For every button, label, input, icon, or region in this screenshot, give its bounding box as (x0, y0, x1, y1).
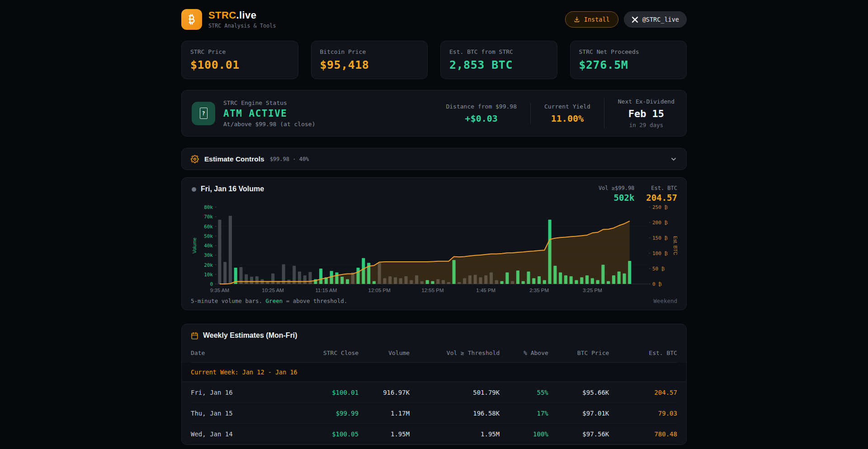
download-icon (574, 16, 580, 23)
svg-text:0 ₿: 0 ₿ (652, 281, 662, 287)
svg-text:12:55 PM: 12:55 PM (421, 288, 443, 293)
section-label: Current Week: Jan 12 - Jan 16 (191, 369, 297, 376)
table-body: Fri, Jan 16$100.01916.97K501.79K55%$95.6… (191, 382, 677, 444)
svg-text:20k: 20k (204, 262, 213, 268)
column-header: STRC Close (288, 350, 359, 356)
chart-title: Fri, Jan 16 Volume (201, 185, 264, 193)
y-right-axis-title: Est. BTC (673, 236, 677, 255)
brand: STRC.live STRC Analysis & Tools (181, 9, 276, 30)
table-cell: 79.03 (609, 410, 677, 417)
weekly-estimates-card: Weekly Estimates (Mon-Fri) DateSTRC Clos… (181, 324, 687, 445)
app-subtitle: STRC Analysis & Tools (208, 23, 276, 29)
metric-label: Next Ex-Dividend (618, 98, 675, 105)
stat-value: 2,853 BTC (449, 58, 548, 71)
weekend-label: Weekend (653, 298, 677, 304)
volume-bar (218, 220, 221, 284)
calendar-icon (191, 332, 198, 340)
bitcoin-logo-icon (181, 9, 202, 30)
svg-text:40k: 40k (204, 243, 213, 249)
table-cell: 55% (500, 389, 548, 396)
stat-value: $95,418 (320, 58, 419, 71)
missing-glyph-icon: ? (200, 108, 208, 119)
table-cell: $97.01K (548, 410, 609, 417)
column-header: BTC Price (548, 350, 609, 356)
volume-bar (229, 216, 232, 284)
metric-value: 11.00% (544, 113, 590, 124)
table-cell: $100.01 (288, 389, 359, 396)
metric-label: Current Yield (544, 103, 590, 110)
svg-text:9:35 AM: 9:35 AM (210, 288, 229, 293)
svg-text:10k: 10k (204, 272, 213, 278)
table-section-row: Current Week: Jan 12 - Jan 16 (182, 363, 686, 382)
column-header: % Above (500, 350, 548, 356)
column-header: Est. BTC (609, 350, 677, 356)
table-cell: Wed, Jan 14 (191, 430, 288, 438)
table-cell: Thu, Jan 15 (191, 410, 288, 417)
metric-value: Feb 15 (618, 108, 675, 119)
table-title: Weekly Estimates (Mon-Fri) (203, 331, 297, 340)
engine-status-note: At/above $99.98 (at close) (223, 121, 316, 128)
stat-label: Est. BTC from STRC (449, 48, 548, 55)
table-row[interactable]: Thu, Jan 15$99.991.17M196.58K17%$97.01K7… (191, 403, 677, 424)
table-column-headers: DateSTRC CloseVolumeVol ≥ Threshold% Abo… (191, 345, 677, 363)
table-cell: 780.48 (609, 430, 677, 438)
column-header: Vol ≥ Threshold (410, 350, 500, 356)
svg-text:60k: 60k (204, 224, 213, 230)
stat-label: STRC Price (190, 48, 289, 55)
metric-subtext: in 29 days (618, 122, 675, 128)
table-row[interactable]: Wed, Jan 14$100.051.95M1.95M100%$97.56K7… (191, 424, 677, 444)
table-row[interactable]: Fri, Jan 16$100.01916.97K501.79K55%$95.6… (191, 382, 677, 403)
x-profile-button[interactable]: @STRC_live (624, 11, 687, 28)
volume-bar (223, 262, 226, 284)
svg-text:100 ₿: 100 ₿ (652, 250, 668, 256)
install-label: Install (584, 16, 610, 23)
engine-metrics: Distance from $99.98 +$0.03 Current Yiel… (432, 98, 676, 128)
svg-text:11:15 AM: 11:15 AM (316, 288, 337, 293)
table-header: Weekly Estimates (Mon-Fri) (191, 331, 677, 340)
app-header: STRC.live STRC Analysis & Tools Install (181, 9, 687, 30)
engine-status-card: ? STRC Engine Status ATM ACTIVE At/above… (181, 90, 687, 137)
install-button[interactable]: Install (565, 11, 618, 28)
engine-status-main: STRC Engine Status ATM ACTIVE At/above $… (223, 99, 316, 128)
y-left-axis-title: Volume (192, 237, 197, 253)
table-cell: 17% (500, 410, 548, 417)
column-header: Volume (359, 350, 410, 356)
svg-text:250 ₿: 250 ₿ (652, 204, 668, 210)
chart-footer: 5-minute volume bars. Green = above thre… (191, 298, 677, 304)
svg-text:1:45 PM: 1:45 PM (476, 288, 495, 293)
table-cell: 1.17M (359, 410, 410, 417)
stat-card: Est. BTC from STRC 2,853 BTC (440, 41, 557, 79)
svg-text:12:05 PM: 12:05 PM (368, 288, 391, 293)
volume-chart-card: Fri, Jan 16 Volume Vol ≥$99.98 502k Est.… (181, 177, 687, 310)
engine-metric: Current Yield 11.00% (530, 103, 604, 124)
metric-label: Distance from $99.98 (446, 103, 517, 110)
gear-icon (191, 155, 199, 163)
table-cell: 1.95M (410, 430, 500, 438)
volume-chart[interactable]: 010k20k30k40k50k60k70k80k0 ₿50 ₿100 ₿150… (191, 204, 677, 297)
stats-row: STRC Price $100.01 Bitcoin Price $95,418… (181, 41, 687, 79)
stat-value: $276.5M (579, 58, 678, 71)
table-cell: $97.56K (548, 430, 609, 438)
engine-status-icon: ? (192, 102, 215, 125)
table-cell: 100% (500, 430, 548, 438)
brand-text: STRC.live STRC Analysis & Tools (208, 10, 276, 28)
engine-metric: Next Ex-Dividend Feb 15 in 29 days (604, 98, 676, 128)
svg-text:80k: 80k (204, 204, 213, 210)
estimate-controls-toggle[interactable]: Estimate Controls $99.98 · 40% (181, 148, 687, 170)
header-actions: Install @STRC_live (565, 11, 687, 28)
engine-metric: Distance from $99.98 +$0.03 (432, 103, 530, 124)
volume-bar (282, 264, 285, 284)
svg-text:3:25 PM: 3:25 PM (583, 288, 602, 293)
table-cell: 204.57 (609, 389, 677, 396)
table-cell: 916.97K (359, 389, 410, 396)
svg-text:50 ₿: 50 ₿ (652, 266, 665, 272)
svg-text:70k: 70k (204, 214, 213, 220)
table-cell: $95.66K (548, 389, 609, 396)
svg-text:10:25 AM: 10:25 AM (262, 288, 284, 293)
svg-text:0: 0 (210, 281, 213, 287)
table-cell: $99.99 (288, 410, 359, 417)
metric-value: +$0.03 (446, 113, 517, 124)
estimate-controls-title: Estimate Controls (204, 155, 264, 163)
chart-summary-stats: Vol ≥$99.98 502k Est. BTC 204.57 (599, 185, 677, 203)
table-cell: 1.95M (359, 430, 410, 438)
